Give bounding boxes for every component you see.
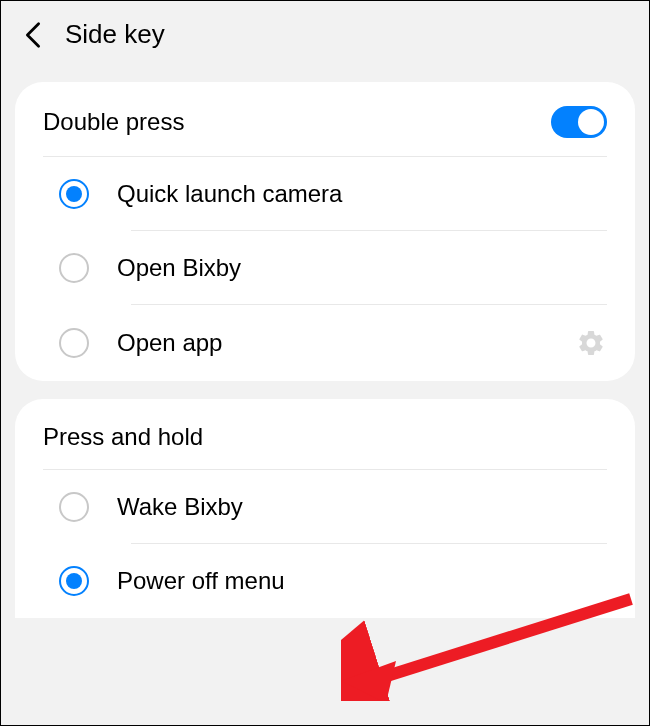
gear-icon[interactable] <box>575 327 607 359</box>
page-header: Side key <box>1 1 649 68</box>
page-title: Side key <box>65 19 165 50</box>
radio-button[interactable] <box>59 179 89 209</box>
press-hold-title: Press and hold <box>43 423 203 451</box>
option-label: Open Bixby <box>117 254 607 282</box>
radio-button[interactable] <box>59 328 89 358</box>
option-wake-bixby[interactable]: Wake Bixby <box>31 470 635 544</box>
option-quick-launch-camera[interactable]: Quick launch camera <box>31 157 635 231</box>
radio-button[interactable] <box>59 492 89 522</box>
option-open-bixby[interactable]: Open Bixby <box>31 231 635 305</box>
option-label: Power off menu <box>117 567 607 595</box>
option-open-app[interactable]: Open app <box>31 305 635 381</box>
back-icon[interactable] <box>21 23 45 47</box>
option-power-off-menu[interactable]: Power off menu <box>31 544 635 618</box>
toggle-knob <box>578 109 604 135</box>
press-hold-header: Press and hold <box>15 399 635 469</box>
double-press-toggle[interactable] <box>551 106 607 138</box>
press-hold-options: Wake Bixby Power off menu <box>15 470 635 618</box>
option-label: Open app <box>117 329 547 357</box>
press-hold-card: Press and hold Wake Bixby Power off menu <box>15 399 635 618</box>
double-press-header: Double press <box>15 82 635 156</box>
option-label: Wake Bixby <box>117 493 607 521</box>
option-label: Quick launch camera <box>117 180 607 208</box>
radio-button[interactable] <box>59 566 89 596</box>
double-press-options: Quick launch camera Open Bixby Open app <box>15 157 635 381</box>
svg-marker-2 <box>341 661 396 701</box>
radio-button[interactable] <box>59 253 89 283</box>
double-press-card: Double press Quick launch camera Open Bi… <box>15 82 635 381</box>
double-press-title: Double press <box>43 108 184 136</box>
